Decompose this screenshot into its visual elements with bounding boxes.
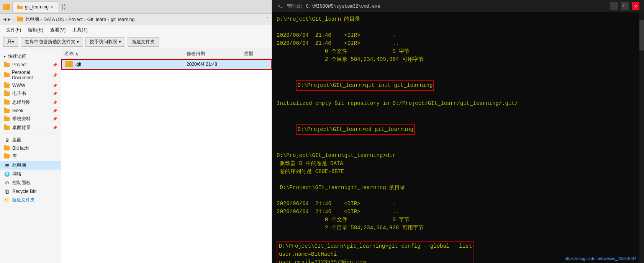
back-btn[interactable]: ◀ <box>3 17 6 22</box>
cmd-close-btn[interactable]: ✕ <box>632 2 639 10</box>
cmd-line-config: D:\Project\GIt_learn\git_learning>git co… <box>279 242 472 250</box>
breadcrumb-root[interactable]: 此电脑 <box>25 16 39 23</box>
sidebar-item-geek[interactable]: Geek 📌 <box>0 107 61 114</box>
folder-icon-4 <box>4 91 10 96</box>
new-folder-label: 新建文件夹 <box>132 39 155 45</box>
col-date-header[interactable]: 修改日期 <box>184 51 241 57</box>
sort-arrow: ∧ <box>75 51 79 57</box>
cmd-line-d1: 2020/06/04 21:46 <DIR> . <box>277 200 639 208</box>
sidebar-item-controlpanel[interactable]: ⚙ 控制面板 <box>0 178 61 187</box>
desktop-icon: 🖥 <box>4 137 10 143</box>
toolbar: 只▾ 在库中包含所选的文件夹 ▾ 授予访问权限 ▾ 新建文件夹 <box>0 35 272 49</box>
cmd-config-block: D:\Project\GIt_learn\git_learning>git co… <box>277 241 474 263</box>
view-btn[interactable]: 只▾ <box>3 37 18 47</box>
cmd-scrollbar[interactable] <box>639 12 644 263</box>
col-name-header[interactable]: 名称 ∧ <box>61 51 184 57</box>
cmd-line-drive: 驱动器 D 中的卷是 DATA <box>277 160 639 168</box>
folder-icon-5 <box>4 100 10 105</box>
access-label: 授予访问权限 ▾ <box>90 39 121 45</box>
cmd-line-d4: 2 个目录 584,234,364,928 可用字节 <box>277 224 639 232</box>
scrollbar-thumb[interactable] <box>639 20 644 51</box>
pin-icon-6: 📌 <box>52 109 57 113</box>
cmd-title: 管理员: C:\WINDOWS\system32\cmd.exe <box>287 3 607 10</box>
sidebar-item-project[interactable]: Project 📌 <box>0 61 61 69</box>
pin-icon-8: 📌 <box>52 126 57 130</box>
menu-file[interactable]: 文件(F) <box>3 26 24 34</box>
sidebar-item-wallpaper[interactable]: 桌面背景 📌 <box>0 123 61 132</box>
cmd-line-d3: 0 个文件 0 字节 <box>277 216 639 224</box>
tab-bar: git_learning × ⟨⟩ <box>12 2 67 12</box>
breadcrumb-gitlearn[interactable]: GIt_learn <box>87 17 106 22</box>
main-content: ▾ 快速访问 Project 📌 Personal Document 📌 WWW <box>0 49 272 263</box>
pin-icon-3: 📌 <box>52 83 57 88</box>
sidebar-item-personal[interactable]: Personal Document 📌 <box>0 69 61 82</box>
sidebar-quick-access-header[interactable]: ▾ 快速访问 <box>0 52 61 61</box>
cmd-content[interactable]: D:\Project\GIt_learn 的目录 2020/06/04 21:4… <box>272 12 644 263</box>
csdn-url[interactable]: https://blog.csdn.net/weixin_43914604 <box>565 256 636 261</box>
new-folder-icon: 📁 <box>4 198 10 203</box>
svg-rect-1 <box>4 5 6 6</box>
cmd-line-5: 0 个文件 0 字节 <box>277 47 639 56</box>
menu-edit[interactable]: 编辑(E) <box>25 26 46 34</box>
sidebar-item-desktop[interactable]: 🖥 桌面 <box>0 136 61 144</box>
folder-icon-7 <box>4 116 10 122</box>
sidebar-item-newfolder[interactable]: 📁 新建文件夹 <box>0 196 61 204</box>
explorer-icon <box>3 4 10 10</box>
pin-icon-2: 📌 <box>52 73 57 77</box>
col-type-header[interactable]: 类型 <box>241 51 272 57</box>
tab-git-learning[interactable]: git_learning × <box>12 2 58 12</box>
tab-close-btn[interactable]: × <box>51 5 53 9</box>
cmd-panel: C_ 管理员: C:\WINDOWS\system32\cmd.exe — □ … <box>272 0 644 263</box>
folder-icon-6 <box>4 108 10 113</box>
up-btn[interactable]: ↑ <box>12 17 15 22</box>
breadcrumb-icon <box>16 16 24 23</box>
new-folder-btn[interactable]: 新建文件夹 <box>128 37 159 47</box>
cmd-line-cd: D:\Project\GIt_learn>cd git_learning <box>277 116 639 143</box>
forward-btn[interactable]: ▶ <box>8 17 11 22</box>
cmd-minimize-btn[interactable]: — <box>610 2 618 10</box>
sidebar-item-thispc[interactable]: 💻 此电脑 <box>0 161 61 170</box>
file-row-git[interactable]: .git 2020/6/4 21:48 <box>61 59 272 70</box>
include-library-btn[interactable]: 在库中包含所选的文件夹 ▾ <box>21 37 83 47</box>
file-name: .git <box>75 62 81 67</box>
cmd-line-4: 2020/06/04 21:40 <DIR> .. <box>277 39 639 47</box>
cmd-line-1: D:\Project\GIt_learn 的目录 <box>277 15 639 23</box>
cmd-line-6: 2 个目录 584,234,409,984 可用字节 <box>277 56 639 64</box>
sidebar-item-library[interactable]: 库 <box>0 152 61 161</box>
cmd-maximize-btn[interactable]: □ <box>621 2 629 10</box>
sidebar-item-www[interactable]: WWW 📌 <box>0 82 61 89</box>
recycle-icon: 🗑 <box>4 188 10 194</box>
tab-nav-btn[interactable]: ⟨⟩ <box>60 3 67 11</box>
breadcrumb-gitlearning[interactable]: git_learning <box>111 17 134 22</box>
cmd-blank3 <box>277 108 639 116</box>
separator-1 <box>0 134 61 134</box>
sidebar-item-network[interactable]: 🌐 网络 <box>0 170 61 178</box>
include-library-label: 在库中包含所选的文件夹 ▾ <box>25 39 79 45</box>
col-name-label: 名称 <box>64 51 74 57</box>
sidebar-item-recycle[interactable]: 🗑 Recycle Bin <box>0 187 61 196</box>
bithachi-icon <box>4 145 10 151</box>
file-explorer: git_learning × ⟨⟩ ◀ ▶ ↑ 此电脑 › DATA (D:) … <box>0 0 272 263</box>
cmd-blank6 <box>277 192 639 200</box>
quick-access-section: ▾ 快速访问 Project 📌 Personal Document 📌 WWW <box>0 52 61 132</box>
col-date-label: 修改日期 <box>187 51 205 57</box>
breadcrumb-project[interactable]: Project <box>68 17 82 22</box>
menu-tools[interactable]: 工具(T) <box>69 26 90 34</box>
svg-rect-5 <box>17 16 20 18</box>
network-icon: 🌐 <box>4 172 10 177</box>
pin-icon-7: 📌 <box>52 117 57 121</box>
cmd-line-3: 2020/06/04 21:40 <DIR> . <box>277 31 639 39</box>
access-btn[interactable]: 授予访问权限 ▾ <box>85 37 125 47</box>
cmd-line-email: user.email=312353973@qq.com <box>279 258 472 263</box>
menu-view[interactable]: 查看(V) <box>47 26 69 34</box>
sidebar-item-school[interactable]: 学校资料 📌 <box>0 114 61 123</box>
address-dropdown-btn[interactable]: ˅ <box>266 17 269 22</box>
sidebar-item-mindmap[interactable]: 思维导图 📌 <box>0 98 61 107</box>
cmd-line-init-result: Initialized empty Git repository in D:/P… <box>277 100 639 108</box>
breadcrumb: 此电脑 › DATA (D:) › Project › GIt_learn › … <box>25 16 135 23</box>
sidebar-item-ebook[interactable]: 电子书 📌 <box>0 89 61 98</box>
menu-bar: 文件(F) 编辑(E) 查看(V) 工具(T) <box>0 25 272 35</box>
breadcrumb-drive[interactable]: DATA (D:) <box>44 17 64 22</box>
svg-rect-2 <box>17 6 23 9</box>
sidebar-item-bithachi[interactable]: BitHachi <box>0 144 61 152</box>
